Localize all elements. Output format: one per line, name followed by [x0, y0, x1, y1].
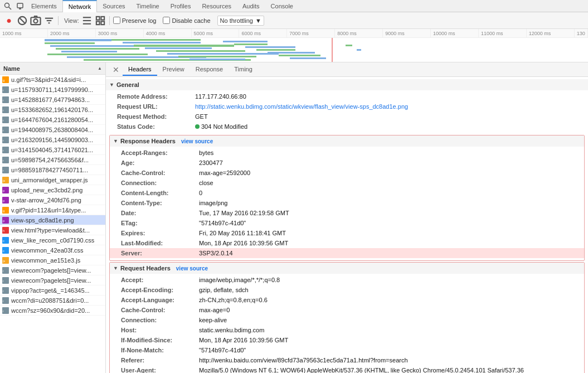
list-item[interactable]: cviewcommon_42ea03f.css — [0, 245, 105, 255]
header-label: User-Agent: — [121, 366, 199, 373]
response-headers-section-header[interactable]: ▼ Response Headers view source — [110, 135, 584, 147]
ruler-tick: 3000 ms — [96, 29, 144, 37]
list-item[interactable]: ru=3141504045,3714176021... — [0, 145, 105, 155]
list-item[interactable]: jsviewcommon_ae151e3.js — [0, 255, 105, 265]
svg-rect-38 — [256, 49, 295, 51]
list-item[interactable]: ru=1157930711,1419799990... — [0, 85, 105, 95]
header-value: max-age=0 — [199, 306, 230, 314]
file-name: u.gif?ts=3&pid=241&sid=i... — [11, 76, 103, 83]
response-headers-title: Response Headers — [120, 138, 176, 144]
response-headers-body: Accept-Ranges:bytesAge:2300477Cache-Cont… — [110, 147, 584, 260]
list-item[interactable]: hview.html?type=viewload&t... — [0, 225, 105, 235]
ruler-tick: 8000 ms — [335, 29, 383, 37]
request-url-link[interactable]: http://static.wenku.bdimg.com/static/wkv… — [195, 103, 408, 110]
tab-resources[interactable]: Resources — [196, 0, 237, 12]
filter-button[interactable] — [43, 15, 55, 26]
disable-cache-input[interactable] — [163, 17, 170, 24]
header-value: keep-alive — [199, 316, 227, 324]
list-item[interactable]: pv-star-arrow_240fd76.png — [0, 195, 105, 205]
general-section-body: Remote Address: 117.177.240.66:80 Reques… — [106, 90, 588, 134]
tab-preview[interactable]: Preview — [157, 64, 190, 76]
list-item[interactable]: gu.gif?ts=3&pid=241&sid=i... — [0, 75, 105, 85]
file-name: u=1452881677,647794863... — [11, 96, 103, 103]
file-name: view-sps_dc8ad1e.png — [11, 217, 103, 224]
detail-row: Referer:http://wenku.baidu.com/view/89cf… — [110, 355, 584, 365]
camera-button[interactable] — [30, 15, 41, 26]
detail-row-method: Request Method: GET — [106, 112, 588, 122]
list-item[interactable]: ru=59898754,247566356&f... — [0, 155, 105, 165]
tab-profiles[interactable]: Profiles — [165, 0, 197, 12]
list-item[interactable]: rviewrecom?pagelets[]=view... — [0, 275, 105, 285]
svg-rect-44 — [357, 49, 361, 51]
list-item[interactable]: ru=2163209156,1445909003... — [0, 135, 105, 145]
svg-rect-32 — [167, 53, 279, 55]
chevron-down-icon: ▼ — [255, 17, 261, 24]
list-item[interactable]: ru=1533682652,1961420176... — [0, 105, 105, 115]
detail-row: If-Modified-Since:Mon, 18 Apr 2016 10:39… — [110, 335, 584, 345]
list-item[interactable]: gv.gif?pid=112&url=1&type... — [0, 205, 105, 215]
header-value: static.wenku.bdimg.com — [199, 326, 264, 335]
list-item[interactable]: pupload_new_ec3cbd2.png — [0, 185, 105, 195]
tab-network[interactable]: Network — [62, 0, 97, 12]
tab-sources[interactable]: Sources — [97, 0, 130, 12]
list-item[interactable]: ru=1644767604,2161280054... — [0, 115, 105, 125]
search-icon[interactable] — [2, 1, 13, 12]
list-item[interactable]: rwccm?di=u2088751&dri=0... — [0, 296, 105, 306]
file-list-panel: Name ▲ gu.gif?ts=3&pid=241&sid=i...ru=11… — [0, 62, 106, 373]
file-list-name-header: Name — [3, 65, 20, 72]
status-code-value: 304 Not Modified — [195, 122, 247, 131]
svg-rect-39 — [268, 52, 315, 54]
list-item[interactable]: jsuni_armorwidget_wrapper.js — [0, 175, 105, 185]
list-item[interactable]: rvippop?act=get&_=146345... — [0, 285, 105, 296]
request-view-source-link[interactable]: view source — [176, 265, 208, 272]
header-value: 3SP3/2.0.14 — [199, 249, 233, 258]
close-button[interactable]: ✕ — [109, 62, 123, 77]
list-item[interactable]: cview_like_recom_c0d7190.css — [0, 235, 105, 245]
header-label: Accept-Encoding: — [121, 285, 199, 294]
tab-audits[interactable]: Audits — [237, 0, 265, 12]
record-button[interactable]: ● — [3, 15, 14, 26]
device-icon[interactable] — [14, 1, 26, 12]
list-item[interactable]: ru=1944008975,2638008404... — [0, 125, 105, 135]
general-section-header[interactable]: ▼ General — [106, 79, 588, 90]
svg-rect-27 — [111, 39, 201, 41]
response-headers-section: ▼ Response Headers view source Accept-Ra… — [109, 135, 585, 261]
list-item[interactable]: pview-sps_dc8ad1e.png — [0, 215, 105, 225]
preserve-log-input[interactable] — [113, 17, 120, 24]
tab-timeline[interactable]: Timeline — [131, 0, 165, 12]
file-name: wccm?sz=960x90&rdid=20... — [11, 307, 103, 314]
file-type-icon: r — [2, 127, 9, 133]
list-item[interactable]: ru=1452881677,647794863... — [0, 95, 105, 105]
clear-button[interactable] — [17, 15, 28, 26]
tab-timing[interactable]: Timing — [229, 64, 258, 76]
svg-point-8 — [33, 19, 37, 23]
view-frame-icon[interactable] — [95, 15, 106, 26]
response-view-source-link[interactable]: view source — [181, 138, 213, 144]
file-type-icon: r — [2, 287, 9, 294]
header-value: http://wenku.baidu.com/view/89cfd73a7956… — [199, 356, 408, 365]
detail-tabs: ✕ Headers Preview Response Timing — [106, 62, 588, 77]
tab-console[interactable]: Console — [265, 0, 299, 12]
list-item[interactable]: rviewrecom?pagelets[]=view... — [0, 265, 105, 275]
file-type-icon: r — [2, 167, 9, 173]
tab-elements[interactable]: Elements — [26, 0, 62, 12]
list-item[interactable]: ru=9885918784277450711... — [0, 165, 105, 175]
svg-rect-33 — [178, 56, 256, 57]
file-type-icon: r — [2, 137, 9, 143]
header-value: 0 — [199, 188, 202, 197]
view-list-icon[interactable] — [81, 15, 93, 26]
tab-response[interactable]: Response — [190, 64, 229, 76]
request-headers-section-header[interactable]: ▼ Request Headers view source — [110, 263, 584, 274]
header-label: Accept: — [121, 275, 199, 284]
ruler-tick: 7000 ms — [287, 29, 335, 37]
detail-row: Accept-Ranges:bytes — [110, 148, 584, 158]
preserve-log-checkbox[interactable]: Preserve log — [113, 17, 157, 24]
list-item[interactable]: rwccm?sz=960x90&rdid=20... — [0, 306, 105, 316]
svg-rect-31 — [156, 50, 245, 52]
throttle-select[interactable]: No throttling ▼ — [217, 16, 264, 26]
request-headers-title: Request Headers — [120, 265, 171, 272]
disable-cache-checkbox[interactable]: Disable cache — [163, 17, 210, 24]
file-name: v-star-arrow_240fd76.png — [11, 197, 103, 204]
tab-headers[interactable]: Headers — [123, 64, 157, 76]
detail-row: Connection:close — [110, 178, 584, 188]
